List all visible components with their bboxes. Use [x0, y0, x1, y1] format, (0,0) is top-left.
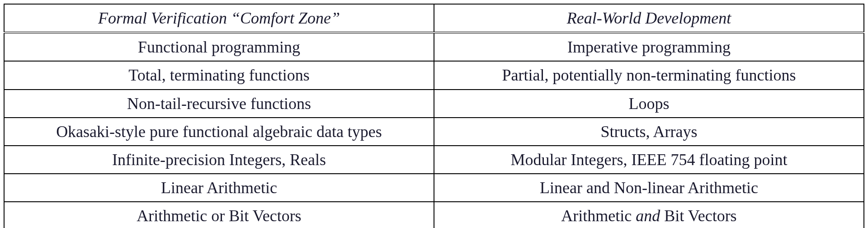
cell-right-pre: Arithmetic [561, 207, 636, 225]
table-row: Okasaki-style pure functional algebraic … [4, 118, 864, 146]
table-row: Non-tail-recursive functions Loops [4, 90, 864, 118]
cell-left: Arithmetic or Bit Vectors [4, 202, 434, 228]
table-row: Total, terminating functions Partial, po… [4, 61, 864, 89]
cell-left: Total, terminating functions [4, 61, 434, 89]
cell-right: Structs, Arrays [434, 118, 864, 146]
table-row: Functional programming Imperative progra… [4, 33, 864, 61]
cell-right: Loops [434, 90, 864, 118]
cell-right: Imperative programming [434, 33, 864, 61]
header-right: Real-World Development [434, 4, 864, 33]
table-header-row: Formal Verification “Comfort Zone” Real-… [4, 4, 864, 33]
cell-left: Non-tail-recursive functions [4, 90, 434, 118]
table-row: Linear Arithmetic Linear and Non-linear … [4, 174, 864, 202]
cell-right: Partial, potentially non-terminating fun… [434, 61, 864, 89]
table-row: Infinite-precision Integers, Reals Modul… [4, 146, 864, 174]
comparison-table: Formal Verification “Comfort Zone” Real-… [4, 4, 864, 228]
cell-right: Linear and Non-linear Arithmetic [434, 174, 864, 202]
cell-left: Okasaki-style pure functional algebraic … [4, 118, 434, 146]
table-row: Arithmetic or Bit Vectors Arithmetic and… [4, 202, 864, 228]
header-left: Formal Verification “Comfort Zone” [4, 4, 434, 33]
cell-right: Arithmetic and Bit Vectors [434, 202, 864, 228]
cell-right-em: and [636, 207, 660, 225]
cell-left: Functional programming [4, 33, 434, 61]
cell-left: Infinite-precision Integers, Reals [4, 146, 434, 174]
cell-right: Modular Integers, IEEE 754 floating poin… [434, 146, 864, 174]
cell-right-post: Bit Vectors [660, 207, 736, 225]
cell-left: Linear Arithmetic [4, 174, 434, 202]
